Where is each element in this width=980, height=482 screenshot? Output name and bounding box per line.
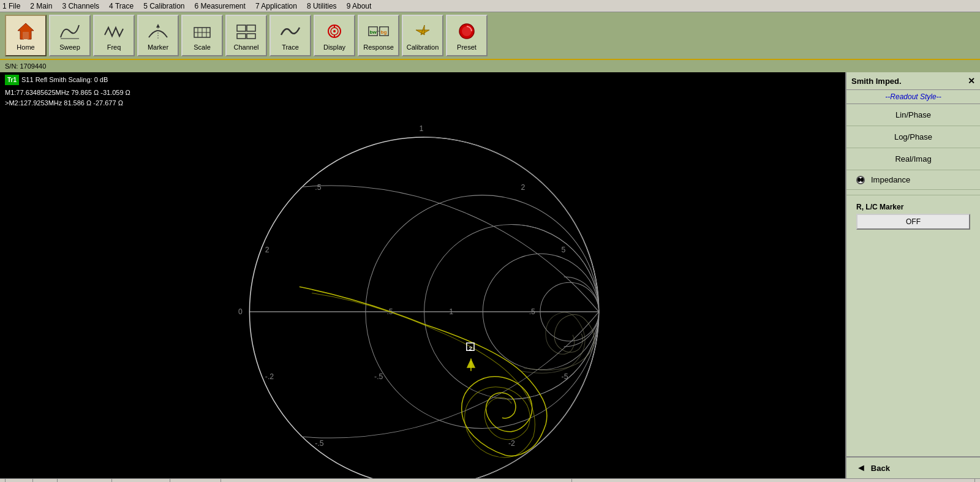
back-label: Back: [871, 464, 890, 473]
status-start: Start 50 MHz: [58, 479, 112, 482]
svg-text:bg: bg: [381, 29, 387, 35]
display-label: Display: [323, 43, 345, 51]
toolbar-response-button[interactable]: bw / bg Response: [358, 15, 399, 56]
sn-label: S/N: 1709440: [5, 62, 46, 70]
svg-text:-.2: -.2: [265, 372, 274, 381]
svg-text:-5: -5: [562, 372, 568, 381]
trace-label: Trace: [282, 43, 299, 51]
menu-file[interactable]: 1 File: [2, 2, 20, 10]
toolbar-preset-button[interactable]: Preset: [446, 15, 488, 56]
scale-icon: [191, 20, 213, 42]
freq-icon: [103, 20, 125, 42]
svg-rect-1: [23, 32, 29, 39]
calibration-label: Calibration: [407, 43, 439, 51]
svg-text:.5: .5: [315, 183, 321, 192]
svg-text:5: 5: [562, 246, 566, 254]
svg-text:2: 2: [469, 345, 472, 352]
svg-text:-.5: -.5: [315, 439, 323, 448]
status-tr: TR: [33, 479, 58, 482]
trace-icon: [279, 20, 301, 42]
chart-area: Tr1 S11 Refl Smith Scaling: 0 dB M1:77.6…: [0, 72, 845, 478]
response-label: Response: [363, 43, 394, 51]
impedance-row[interactable]: Impedance: [846, 170, 980, 190]
calibration-icon: [412, 20, 434, 42]
lin-phase-button[interactable]: Lin/Phase: [846, 104, 980, 126]
toolbar-marker-button[interactable]: Marker: [137, 15, 179, 56]
status-ch1: Ch1: [5, 479, 33, 482]
right-panel-header: Smith Imped. ✕: [846, 72, 980, 90]
preset-label: Preset: [457, 43, 477, 51]
response-icon: bw / bg: [368, 20, 390, 42]
menu-utilities[interactable]: 8 Utilities: [307, 2, 337, 10]
svg-text:-2: -2: [508, 439, 515, 448]
svg-text:1: 1: [419, 124, 423, 133]
toolbar-freq-button[interactable]: Freq: [93, 15, 135, 56]
status-avg: Avg OFF: [530, 479, 573, 482]
menu-channels[interactable]: 3 Channels: [62, 2, 99, 10]
home-icon: [15, 20, 37, 42]
toolbar-trace-button[interactable]: Trace: [270, 15, 311, 56]
home-label: Home: [17, 43, 34, 51]
channel-icon: [235, 20, 257, 42]
toolbar-display-button[interactable]: Display: [314, 15, 355, 56]
rlc-marker-label: R, L/C Marker: [846, 198, 980, 214]
display-icon: [323, 20, 345, 42]
svg-text:-.5: -.5: [374, 372, 383, 381]
menu-bar: 1 File 2 Main 3 Channels 4 Trace 5 Calib…: [0, 0, 980, 12]
status-measuring: Measuring State CORR: [881, 479, 976, 482]
marker1-readout: M1:77.63485625MHz 79.865 Ω -31.059 Ω: [5, 88, 130, 98]
preset-icon: [456, 20, 478, 42]
svg-text:2: 2: [521, 183, 525, 192]
impedance-radio[interactable]: [856, 176, 865, 184]
sn-bar: S/N: 1709440: [0, 60, 980, 72]
tr1-badge: Tr1: [5, 75, 19, 85]
svg-rect-27: [0, 75, 845, 476]
svg-text:.5: .5: [386, 307, 393, 316]
menu-about[interactable]: 9 About: [347, 2, 372, 10]
sweep-label: Sweep: [59, 43, 80, 51]
menu-trace[interactable]: 4 Trace: [109, 2, 134, 10]
sweep-icon: [59, 20, 81, 42]
log-phase-button[interactable]: Log/Phase: [846, 126, 980, 148]
svg-rect-10: [237, 25, 246, 31]
svg-marker-4: [156, 24, 160, 28]
scale-label: Scale: [194, 43, 211, 51]
svg-rect-11: [247, 25, 255, 31]
toolbar: Home Sweep Freq Marker: [0, 12, 980, 60]
toolbar-scale-button[interactable]: Scale: [181, 15, 223, 56]
back-arrow-icon: ◄: [856, 462, 866, 473]
svg-rect-13: [247, 34, 255, 39]
freq-label: Freq: [107, 43, 121, 51]
channel-label: Channel: [234, 43, 259, 51]
marker2-readout: >M2:127.9253MHz 81.586 Ω -27.677 Ω: [5, 98, 130, 108]
toolbar-sweep-button[interactable]: Sweep: [49, 15, 91, 56]
svg-point-16: [333, 30, 336, 32]
trace-info: Tr1 S11 Refl Smith Scaling: 0 dB M1:77.6…: [5, 75, 130, 108]
panel-close-button[interactable]: ✕: [968, 76, 975, 86]
svg-text:.5: .5: [529, 307, 535, 316]
menu-main[interactable]: 2 Main: [30, 2, 52, 10]
svg-rect-12: [237, 34, 246, 39]
menu-measurement[interactable]: 6 Measurement: [195, 2, 246, 10]
toolbar-calibration-button[interactable]: Calibration: [402, 15, 443, 56]
back-button[interactable]: ◄ Back: [846, 456, 980, 478]
readout-style-label: --Readout Style--: [846, 90, 980, 104]
menu-application[interactable]: 7 Application: [255, 2, 297, 10]
svg-text:bw: bw: [370, 29, 377, 35]
menu-calibration[interactable]: 5 Calibration: [143, 2, 184, 10]
right-panel: Smith Imped. ✕ --Readout Style-- Lin/Pha…: [845, 72, 980, 478]
svg-text:2: 2: [265, 246, 270, 254]
smith-chart: 2 1 0 .5 2 2: [0, 72, 845, 478]
status-bar: Ch1 TR Start 50 MHz Stop 200 MHz IFBW 2 …: [0, 478, 980, 482]
status-ifbw: IFBW 2 kHz: [170, 479, 222, 482]
marker-icon: [147, 20, 169, 42]
real-imag-button[interactable]: Real/Imag: [846, 148, 980, 170]
trace-description: S11 Refl Smith Scaling: 0 dB: [21, 75, 108, 85]
toolbar-channel-button[interactable]: Channel: [225, 15, 267, 56]
status-stop: Stop 200 MHz: [112, 479, 170, 482]
toolbar-home-button[interactable]: Home: [5, 15, 47, 56]
svg-text:0: 0: [238, 307, 243, 316]
impedance-label: Impedance: [871, 175, 910, 184]
rlc-off-button[interactable]: OFF: [856, 214, 970, 230]
panel-title: Smith Imped.: [851, 77, 902, 86]
